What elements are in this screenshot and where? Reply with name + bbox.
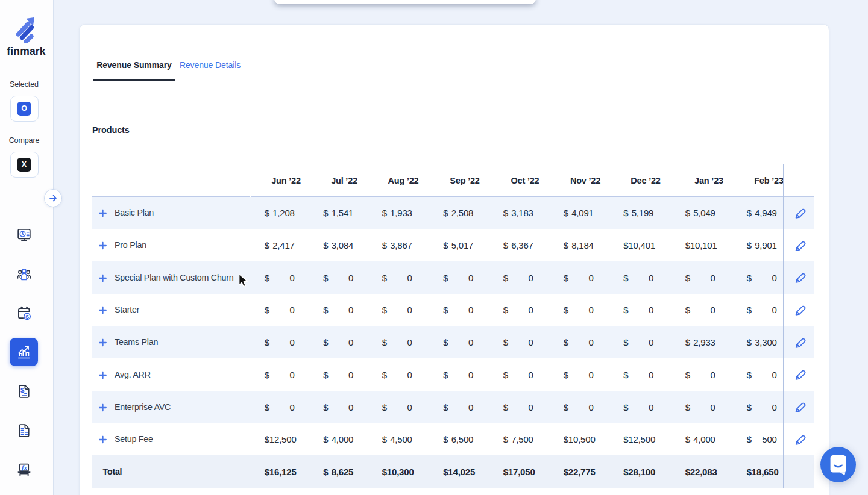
svg-text:fx: fx	[22, 464, 27, 471]
svg-text:S: S	[25, 314, 29, 320]
svg-text:$: $	[20, 387, 25, 394]
